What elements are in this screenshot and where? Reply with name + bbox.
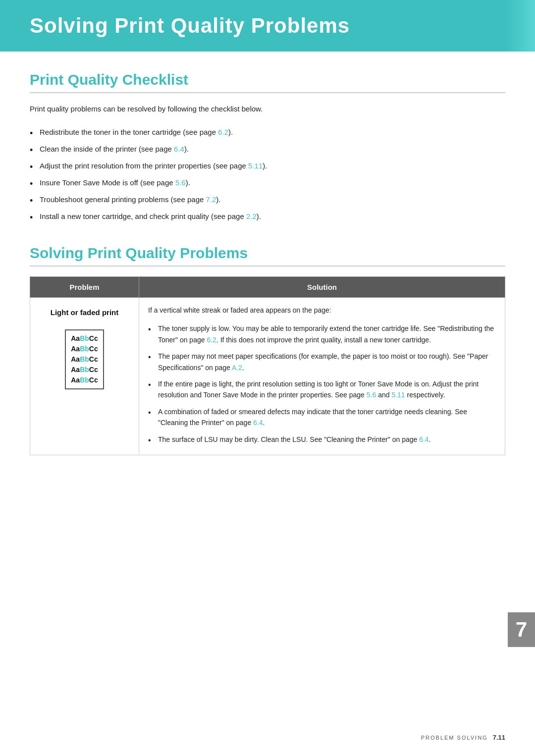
checklist-item-text-4: Insure Toner Save Mode is off (see page: [40, 178, 175, 187]
checklist-item-text-5: Troubleshoot general printing problems (…: [40, 195, 206, 204]
font-sample-line-2: AaBbCc: [71, 344, 98, 354]
list-item: Install a new toner cartridge, and check…: [30, 208, 505, 225]
checklist-intro: Print quality problems can be resolved b…: [30, 103, 505, 115]
problem-cell: Light or faded print AaBbCc AaBbCc AaBbC…: [30, 298, 139, 455]
page-number-tab: 7: [508, 612, 535, 647]
checklist-link-1[interactable]: 6.2: [218, 128, 228, 136]
footer-page: 7.11: [493, 734, 505, 741]
page-title: Solving Print Quality Problems: [30, 14, 505, 38]
checklist-list: Redistribute the toner in the toner cart…: [30, 124, 505, 225]
list-item: Adjust the print resolution from the pri…: [30, 158, 505, 174]
list-item: Insure Toner Save Mode is off (see page …: [30, 174, 505, 191]
solution-item-2: The paper may not meet paper specificati…: [148, 348, 496, 376]
list-item: Redistribute the toner in the toner cart…: [30, 124, 505, 141]
list-item: Troubleshoot general printing problems (…: [30, 191, 505, 208]
solution-item-1: The toner supply is low. You may be able…: [148, 321, 496, 348]
checklist-item-text-6: Install a new toner cartridge, and check…: [40, 212, 246, 220]
solution-cell: If a vertical white streak or faded area…: [139, 298, 505, 455]
checklist-link-6[interactable]: 2.2: [246, 212, 257, 220]
sol-link-5[interactable]: 6.4: [419, 435, 428, 443]
problems-section: Solving Print Quality Problems Problem S…: [30, 245, 505, 455]
list-item: Clean the inside of the printer (see pag…: [30, 141, 505, 158]
header-banner: Solving Print Quality Problems: [0, 0, 535, 52]
solution-item-4: A combination of faded or smeared defect…: [148, 404, 496, 432]
sol-link-2[interactable]: A.2: [232, 364, 242, 372]
problems-table: Problem Solution Light or faded print Aa…: [30, 276, 505, 455]
col-solution: Solution: [139, 277, 505, 298]
problems-section-title: Solving Print Quality Problems: [30, 245, 505, 262]
solution-intro: If a vertical white streak or faded area…: [148, 305, 496, 316]
table-row: Light or faded print AaBbCc AaBbCc AaBbC…: [30, 298, 505, 455]
sol-link-4[interactable]: 6.4: [253, 419, 263, 427]
problem-name: Light or faded print: [39, 307, 130, 319]
checklist-item-text-1: Redistribute the toner in the toner cart…: [40, 128, 218, 136]
checklist-link-4[interactable]: 5.6: [175, 178, 186, 187]
solution-item-3: If the entire page is light, the print r…: [148, 376, 496, 404]
solution-list: The toner supply is low. You may be able…: [148, 321, 496, 448]
footer-label: Problem Solving: [421, 735, 488, 741]
checklist-link-2[interactable]: 6.4: [174, 145, 184, 153]
checklist-section: Print Quality Checklist Print quality pr…: [30, 71, 505, 225]
section-divider-2: [30, 266, 505, 267]
font-sample-line-1: AaBbCc: [71, 333, 98, 344]
checklist-item-text-3: Adjust the print resolution from the pri…: [40, 162, 248, 170]
checklist-link-5[interactable]: 7.2: [206, 195, 216, 204]
checklist-link-3[interactable]: 5.11: [248, 162, 263, 170]
sol-link-1[interactable]: 6.2: [207, 336, 216, 344]
font-sample-line-4: AaBbCc: [71, 365, 98, 375]
checklist-item-text-2: Clean the inside of the printer (see pag…: [40, 145, 174, 153]
footer: Problem Solving 7.11: [421, 734, 505, 741]
table-header-row: Problem Solution: [30, 277, 505, 298]
font-sample-box: AaBbCc AaBbCc AaBbCc AaBbCc AaBbCc: [65, 329, 104, 389]
sol-link-3a[interactable]: 5.6: [367, 391, 376, 399]
font-sample-line-5: AaBbCc: [71, 375, 98, 385]
sol-link-3b[interactable]: 5.11: [391, 391, 405, 399]
col-problem: Problem: [30, 277, 139, 298]
solution-item-5: The surface of LSU may be dirty. Clean t…: [148, 432, 496, 448]
font-sample-line-3: AaBbCc: [71, 354, 98, 365]
section-divider-1: [30, 92, 505, 93]
checklist-section-title: Print Quality Checklist: [30, 71, 505, 88]
